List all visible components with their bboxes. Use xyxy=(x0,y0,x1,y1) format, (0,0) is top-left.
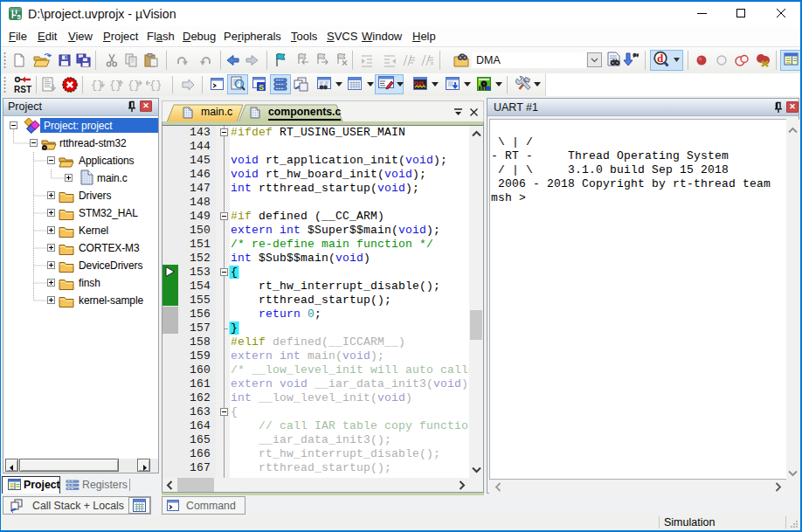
svg-text:5: 5 xyxy=(17,13,21,20)
svg-text:{}: {} xyxy=(128,79,140,92)
svg-text:{}: {} xyxy=(149,79,161,92)
svg-text:RST: RST xyxy=(14,85,31,94)
svg-text:S: S xyxy=(259,83,264,92)
svg-text:d: d xyxy=(657,52,664,65)
